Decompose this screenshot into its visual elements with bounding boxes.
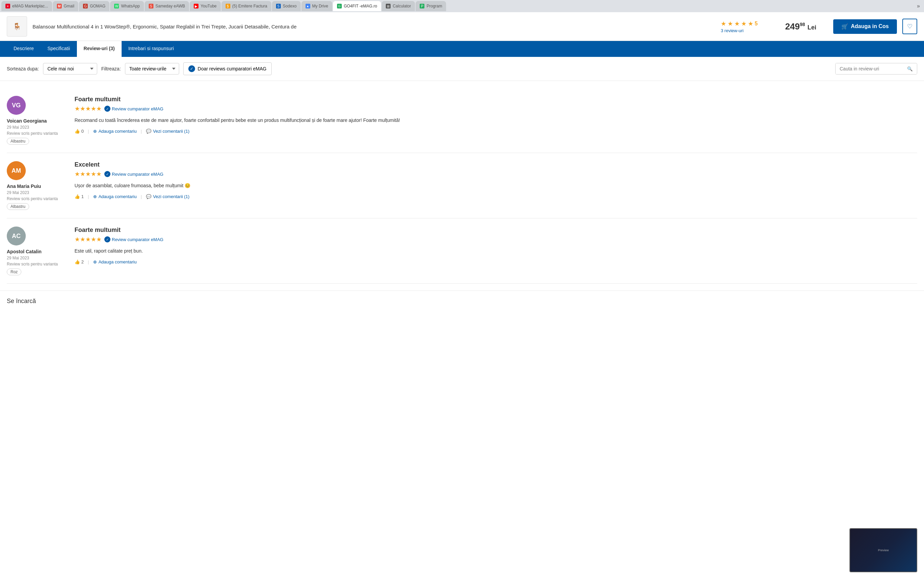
browser-tab-gomag[interactable]: G GOMAG	[79, 1, 110, 11]
reviewer-variant-label-2: Review scris pentru varianta	[7, 196, 68, 201]
tab-label-go4fit: GO4FIT -eMAG.ro	[344, 4, 377, 8]
tab-intrebari[interactable]: Intrebari si raspunsuri	[121, 41, 181, 57]
product-logo: 🪑	[7, 16, 27, 36]
product-price: 24998 Lei	[773, 21, 828, 32]
filter-select[interactable]: Toate review-urile 5 stele 4 stele 3 ste…	[125, 63, 179, 75]
wishlist-button[interactable]: ♡	[902, 19, 917, 34]
emag-filter-label: Doar reviews cumparatori eMAG	[198, 66, 267, 72]
loading-label: Se încarcă	[7, 298, 36, 304]
product-header: 🪑 Balansoar Multifunctional 4 in 1 WowSt…	[0, 12, 924, 41]
gmail-favicon: M	[57, 4, 62, 8]
tab-more-button[interactable]: »	[914, 3, 922, 9]
add-comment-icon-3: ⊕	[93, 259, 97, 265]
tab-specificatii[interactable]: Specificatii	[41, 41, 77, 57]
separator-2b: |	[141, 194, 142, 199]
add-comment-button-1[interactable]: ⊕ Adauga comentariu	[93, 129, 137, 134]
add-comment-icon-1: ⊕	[93, 129, 97, 134]
review-title-2: Excelent	[75, 161, 917, 168]
star-4: ★	[741, 20, 747, 28]
star-3: ★	[734, 20, 740, 28]
badge-check-icon-2: ✓	[104, 171, 110, 177]
review-count-link[interactable]: 3 review-uri	[721, 28, 744, 33]
avatar-3: AC	[7, 227, 26, 245]
review-content-1: Foarte multumit ★★★★★ ✓ Review cumparato…	[75, 96, 917, 145]
calculator-favicon: ⊞	[386, 4, 390, 8]
browser-tab-sameday[interactable]: S Sameday eAWB	[145, 1, 189, 11]
view-comments-button-2[interactable]: 💬 Vezi comentarii (1)	[146, 194, 190, 199]
tab-label-calculator: Calculator	[393, 4, 411, 8]
emag-filter-button[interactable]: ✓ Doar reviews cumparatori eMAG	[183, 62, 272, 75]
browser-tab-mydrive[interactable]: ▲ My Drive	[301, 1, 332, 11]
tab-descriere[interactable]: Descriere	[7, 41, 41, 57]
browser-tab-youtube[interactable]: ▶ YouTube	[190, 1, 221, 11]
view-comments-button-1[interactable]: 💬 Vezi comentarii (1)	[146, 129, 190, 134]
wishlist-icon: ♡	[907, 23, 913, 30]
browser-tab-whatsapp[interactable]: W WhatsApp	[110, 1, 144, 11]
tab-label-emag: eMAG Marketplac...	[12, 4, 48, 8]
view-comments-icon-1: 💬	[146, 129, 151, 134]
review-text-2: Ușor de asamblat, culoare frumoasa, bebe…	[75, 182, 917, 189]
like-count-1: 0	[81, 129, 84, 134]
nav-tabs: Descriere Specificatii Review-uri (3) In…	[0, 41, 924, 57]
tab-review-uri[interactable]: Review-uri (3)	[77, 41, 121, 57]
rating-number: 5	[755, 21, 758, 27]
gomag-favicon: G	[83, 4, 88, 8]
browser-tab-program[interactable]: P Program	[416, 1, 446, 11]
reviewer-name-3: Apostol Catalin	[7, 249, 68, 254]
review-actions-1: 👍 0 | ⊕ Adauga comentariu | 💬 Vezi comen…	[75, 129, 917, 134]
like-button-2[interactable]: 👍 1	[75, 194, 84, 199]
add-comment-button-2[interactable]: ⊕ Adauga comentariu	[93, 194, 137, 199]
tab-label-gomag: GOMAG	[90, 4, 105, 8]
reviewer-date-3: 29 Mai 2023	[7, 256, 68, 260]
reviewer-col-1: VG Voican Georgiana 29 Mai 2023 Review s…	[7, 96, 68, 145]
view-comments-icon-2: 💬	[146, 194, 151, 199]
search-reviews-input[interactable]	[836, 63, 903, 74]
review-card-2: AM Ana Maria Puiu 29 Mai 2023 Review scr…	[7, 153, 917, 218]
reviewer-name-2: Ana Maria Puiu	[7, 183, 68, 189]
variant-badge-2: Albastru	[7, 203, 29, 210]
price-whole: 249	[785, 21, 800, 31]
whatsapp-favicon: W	[114, 4, 119, 8]
avatar-1: VG	[7, 96, 26, 115]
browser-tab-calculator[interactable]: ⊞ Calculator	[382, 1, 415, 11]
browser-tab-emag[interactable]: e eMAG Marketplac...	[2, 1, 52, 11]
review-stars-row-1: ★★★★★ ✓ Review cumparator eMAG	[75, 105, 917, 113]
product-title: Balansoar Multifunctional 4 in 1 WowStep…	[33, 23, 715, 30]
emag-badge-label-1: Review cumparator eMAG	[112, 106, 163, 111]
browser-tab-emitere[interactable]: $ (5) Emitere Factura	[221, 1, 271, 11]
review-content-3: Foarte multumit ★★★★★ ✓ Review cumparato…	[75, 227, 917, 275]
browser-tab-go4fit[interactable]: G GO4FIT -eMAG.ro	[333, 1, 381, 11]
add-comment-label-1: Adauga comentariu	[98, 129, 137, 134]
search-reviews-button[interactable]: 🔍	[903, 64, 917, 74]
review-text-1: Recomand cu toată încrederea este de mar…	[75, 116, 917, 124]
review-stars-2: ★★★★★	[75, 170, 102, 178]
reviewer-col-2: AM Ana Maria Puiu 29 Mai 2023 Review scr…	[7, 161, 68, 210]
review-stars-3: ★★★★★	[75, 236, 102, 243]
emag-badge-1: ✓ Review cumparator eMAG	[104, 106, 163, 112]
product-rating-area: ★ ★ ★ ★ ★ 5 3 review-uri	[721, 20, 768, 33]
browser-tab-gmail[interactable]: M Gmail	[53, 1, 78, 11]
reviews-container: VG Voican Georgiana 29 Mai 2023 Review s…	[0, 81, 924, 291]
emag-favicon: e	[5, 4, 10, 8]
sort-select[interactable]: Cele mai noi Cele mai vechi Cele mai uti…	[43, 63, 97, 75]
add-to-cart-button[interactable]: 🛒 Adauga in Cos	[833, 19, 897, 34]
separator-2a: |	[88, 194, 89, 199]
like-button-1[interactable]: 👍 0	[75, 129, 84, 134]
badge-check-icon-1: ✓	[104, 106, 110, 112]
tab-label-mydrive: My Drive	[312, 4, 328, 8]
reviewer-name-1: Voican Georgiana	[7, 118, 68, 124]
price-currency: Lei	[808, 24, 816, 31]
filter-label: Filtreaza:	[101, 66, 121, 72]
like-button-3[interactable]: 👍 2	[75, 259, 84, 265]
mydrive-favicon: ▲	[306, 4, 310, 8]
emag-badge-3: ✓ Review cumparator eMAG	[104, 236, 163, 242]
add-comment-button-3[interactable]: ⊕ Adauga comentariu	[93, 259, 137, 265]
tab-label-gmail: Gmail	[64, 4, 74, 8]
reviewer-variant-label-3: Review scris pentru varianta	[7, 262, 68, 267]
view-comments-label-2: Vezi comentarii (1)	[153, 194, 190, 199]
star-1: ★	[721, 20, 726, 28]
tab-label-sodexo: Sodexo	[283, 4, 297, 8]
product-logo-icon: 🪑	[13, 22, 21, 31]
search-reviews-container: 🔍	[835, 63, 917, 75]
browser-tab-sodexo[interactable]: S Sodexo	[272, 1, 301, 11]
